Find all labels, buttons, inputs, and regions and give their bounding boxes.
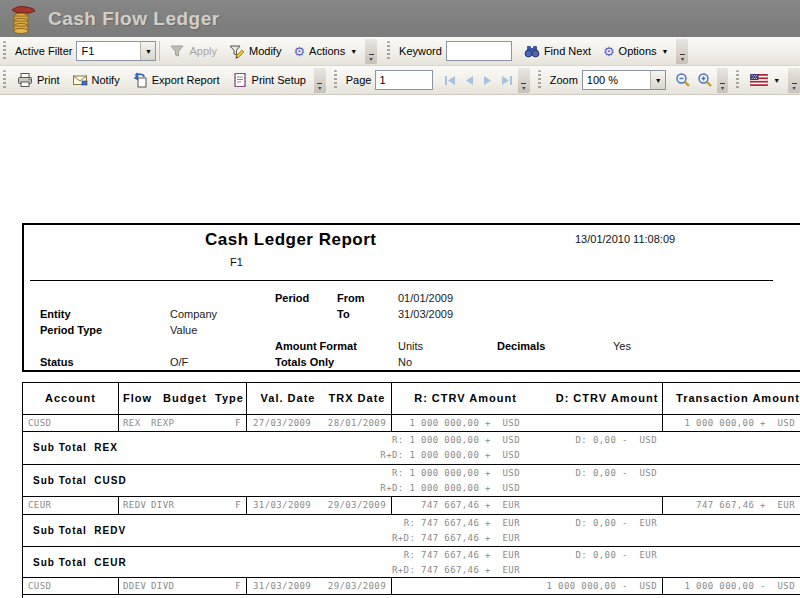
toolbar-grip[interactable] — [387, 41, 390, 61]
subtotal-d: D: 0,00 - USD — [457, 435, 657, 445]
zoom-in-button[interactable] — [696, 70, 715, 90]
funnel-pencil-icon — [229, 43, 245, 59]
amount-format-label: Amount Format — [275, 340, 357, 352]
decimals-value: Yes — [613, 340, 631, 352]
toolbar-grip[interactable] — [736, 70, 739, 90]
report-toolbar: Print Notify Export Report Print Setup ▾… — [0, 66, 800, 95]
from-value: 01/01/2009 — [398, 292, 453, 304]
print-setup-button[interactable]: Print Setup — [226, 69, 312, 91]
apply-button[interactable]: Apply — [163, 40, 223, 62]
toolbar-overflow-button[interactable]: ▾ — [518, 68, 530, 93]
active-filter-combobox[interactable]: F1 ▼ — [76, 41, 156, 61]
subtotal-rd: R+D: 1 000 000,00 + USD — [320, 483, 520, 493]
table-row: CUSD DDEV DIVD F 31/03/2009 29/03/2009 1… — [23, 578, 800, 595]
ledger-table: Account Flow Budget Type Val. Date TRX D… — [22, 382, 800, 598]
col-r-ctrv: R: CTRV Amount — [403, 392, 528, 404]
magnifier-plus-icon — [697, 72, 713, 88]
actions-button[interactable]: ⚙ Actions ▼ — [287, 42, 363, 61]
find-next-button[interactable]: Find Next — [518, 40, 597, 62]
zoom-value: 100 % — [583, 71, 650, 89]
cell-flow: REDV — [123, 500, 146, 510]
binoculars-icon — [524, 43, 540, 59]
export-report-button[interactable]: Export Report — [126, 69, 226, 91]
subtotal-rd: R+D: 747 667,46 + EUR — [320, 565, 520, 575]
subtotal-rd: R+D: 1 000 000,00 + USD — [320, 450, 520, 460]
previous-page-button[interactable] — [460, 70, 479, 90]
table-row: CUSD REX REXP F 27/03/2009 28/01/2009 1 … — [23, 415, 800, 432]
options-button[interactable]: ⚙ Options ▼ — [597, 42, 675, 61]
skip-last-icon — [500, 75, 513, 86]
from-label: From — [337, 292, 365, 304]
col-flow: Flow — [123, 392, 152, 404]
subtotal-d: D: 0,00 - EUR — [457, 550, 657, 560]
chevron-down-icon: ▼ — [662, 48, 669, 55]
next-page-button[interactable] — [479, 70, 498, 90]
keyword-input[interactable] — [446, 41, 512, 61]
toolbar-overflow-button[interactable]: ▾ — [717, 68, 729, 93]
page-label: Page — [346, 74, 372, 86]
language-flag-button[interactable]: ▼ — [744, 71, 786, 89]
overflow-chevron-icon: ▾ — [370, 56, 373, 62]
active-filter-label: Active Filter — [15, 45, 72, 57]
chevron-down-icon: ▼ — [350, 48, 357, 55]
last-page-button[interactable] — [497, 70, 516, 90]
subtotal-label: Sub Total REDV — [33, 525, 126, 536]
cell-trx-amount: 1 000 000,00 + USD — [595, 418, 795, 428]
cell-r-amount: 1 000 000,00 + USD — [320, 418, 520, 428]
keyword-label: Keyword — [399, 45, 442, 57]
window-titlebar: Cash Flow Ledger — [0, 0, 800, 37]
cell-trx-amount: 1 000 000,00 - USD — [595, 581, 795, 591]
cell-trx-date: 29/03/2009 — [323, 581, 386, 591]
active-filter-value: F1 — [77, 42, 140, 60]
gear-icon: ⚙ — [293, 45, 305, 58]
cell-type: F — [203, 418, 241, 428]
toolbar-grip[interactable] — [334, 70, 337, 90]
notify-button[interactable]: Notify — [66, 69, 126, 91]
cell-val-date: 27/03/2009 — [253, 418, 311, 428]
to-value: 31/03/2009 — [398, 308, 453, 320]
magnifier-minus-icon — [675, 72, 691, 88]
amount-format-value: Units — [398, 340, 423, 352]
toolbar-separator — [159, 41, 160, 61]
cell-type: F — [203, 500, 241, 510]
subtotal-row: Sub Total REDV R: 747 667,46 + EUR D: 0,… — [23, 515, 800, 547]
cell-r-amount: 747 667,46 + EUR — [320, 500, 520, 510]
chevron-down-icon[interactable]: ▼ — [650, 71, 665, 89]
subtotal-label: Sub Total CEUR — [33, 557, 127, 568]
report-title: Cash Ledger Report — [205, 230, 376, 250]
subtotal-rd: R+D: 747 667,46 + EUR — [320, 533, 520, 543]
modify-button[interactable]: Modify — [223, 40, 287, 62]
printer-icon — [17, 72, 33, 88]
zoom-out-button[interactable] — [673, 70, 692, 90]
col-account: Account — [23, 392, 118, 404]
toolbar-overflow-button[interactable]: ▾ — [676, 39, 688, 64]
subtotal-d: D: 0,00 - USD — [457, 468, 657, 478]
subtotal-label: Sub Total REX — [33, 442, 118, 453]
print-button[interactable]: Print — [11, 69, 66, 91]
entity-value: Company — [170, 308, 217, 320]
page-setup-icon — [232, 72, 248, 88]
decimals-label: Decimals — [497, 340, 545, 352]
totals-only-label: Totals Only — [275, 356, 334, 368]
toolbar-overflow-button[interactable]: ▾ — [788, 68, 800, 93]
chevron-down-icon[interactable]: ▼ — [140, 42, 155, 60]
toolbar-grip[interactable] — [3, 70, 6, 90]
first-page-button[interactable] — [441, 70, 460, 90]
page-number-input[interactable] — [375, 70, 433, 90]
email-icon — [72, 72, 88, 88]
totals-only-value: No — [398, 356, 412, 368]
chevron-down-icon: ▼ — [773, 77, 780, 84]
toolbar-grip[interactable] — [538, 70, 541, 90]
entity-label: Entity — [40, 308, 71, 320]
zoom-combobox[interactable]: 100 % ▼ — [582, 70, 666, 90]
toolbar-grip[interactable] — [3, 41, 6, 61]
toolbar-overflow-button[interactable]: ▾ — [365, 39, 377, 64]
period-type-value: Value — [170, 324, 197, 336]
toolbar-overflow-button[interactable]: ▾ — [314, 68, 326, 93]
coins-app-icon — [8, 4, 38, 36]
filter-toolbar: Active Filter F1 ▼ Apply Modify ⚙ Action… — [0, 37, 800, 66]
cell-budget: REXP — [151, 418, 174, 428]
cell-val-date: 31/03/2009 — [253, 500, 311, 510]
report-subtitle: F1 — [230, 256, 243, 268]
subtotal-row: Sub Total REX R: 1 000 000,00 + USD D: 0… — [23, 432, 800, 465]
